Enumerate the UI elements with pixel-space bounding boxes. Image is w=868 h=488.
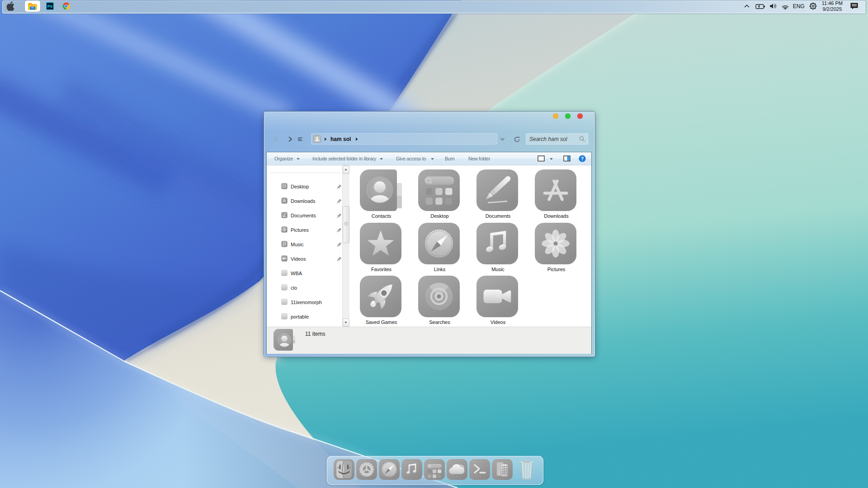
svg-text:?: ? [581,156,584,161]
svg-text:Ps: Ps [47,4,52,9]
